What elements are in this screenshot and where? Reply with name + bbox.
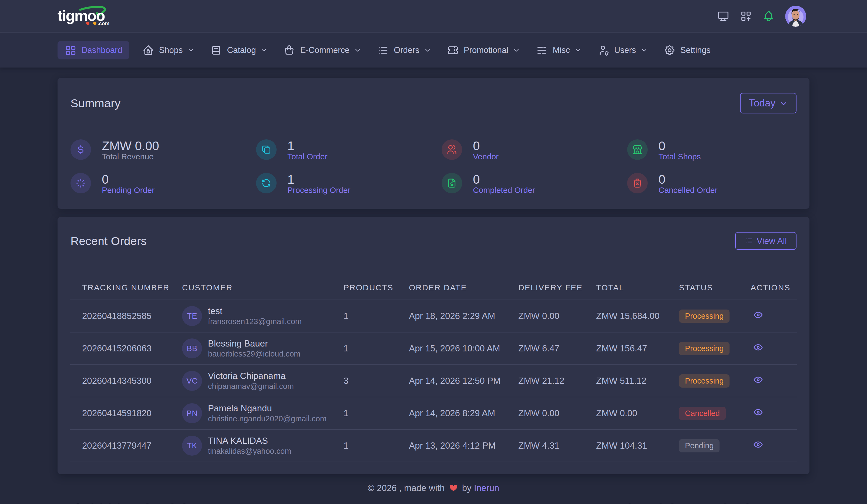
- ticket-icon: [447, 44, 459, 56]
- footer-brand-link[interactable]: Inerun: [474, 483, 500, 493]
- chevron-down-icon: [640, 46, 648, 54]
- order-total: ZMW 15,684.00: [596, 300, 679, 332]
- summary-card: Summary Today ZMW 0.00 Total Revenue 1 T…: [57, 78, 810, 209]
- shortcuts-grid-icon[interactable]: [740, 10, 752, 22]
- customer-name: Pamela Ngandu: [208, 403, 327, 414]
- order-row[interactable]: 20260415206063 BB Blessing Bauer bauerbl…: [70, 332, 797, 365]
- user-shield-icon: [598, 44, 609, 56]
- order-tracking-number: 20260414591820: [70, 397, 182, 429]
- stat-label: Total Shops: [659, 153, 701, 160]
- stat-value: 0: [659, 173, 717, 186]
- nav-item-orders[interactable]: Orders: [374, 41, 434, 60]
- view-order-eye-icon[interactable]: [753, 310, 763, 320]
- customer-email: chipanamav@gmail.com: [208, 382, 294, 391]
- order-tracking-number: 20260413779447: [70, 429, 182, 462]
- partial-bottom-right-text: TERMS & CONDITIONS: [581, 500, 753, 504]
- brand-logo-art: tigmoo .com: [57, 6, 114, 26]
- order-tracking-number: 20260418852585: [70, 300, 182, 332]
- stat-total-shops: 0 Total Shops: [627, 139, 796, 160]
- customer-avatar: PN: [182, 403, 202, 423]
- notification-bell-icon[interactable]: [762, 10, 775, 22]
- nav-item-dashboard[interactable]: Dashboard: [57, 41, 129, 60]
- app-header: tigmoo .com: [0, 0, 867, 33]
- nav-item-promotional[interactable]: Promotional: [444, 41, 523, 60]
- chevron-down-icon: [779, 99, 788, 108]
- order-date: Apr 14, 2026 8:29 AM: [409, 397, 518, 429]
- chevron-down-icon: [354, 46, 361, 54]
- refresh-icon: [256, 173, 277, 193]
- stat-label: Processing Order: [287, 187, 350, 193]
- order-delivery-fee: ZMW 6.47: [518, 332, 596, 365]
- order-products-count: 1: [344, 300, 409, 332]
- order-row[interactable]: 20260414345300 VC Victoria Chipanama chi…: [70, 365, 797, 397]
- view-all-button[interactable]: View All: [735, 232, 796, 250]
- column-header-status: STATUS: [679, 276, 751, 300]
- customer-avatar: TE: [182, 306, 202, 326]
- stat-total-order: 1 Total Order: [256, 139, 442, 160]
- order-tracking-number: 20260415206063: [70, 332, 182, 365]
- order-date: Apr 15, 2026 10:00 AM: [409, 332, 518, 365]
- stat-pending-order: 0 Pending Order: [71, 173, 256, 193]
- monitor-icon[interactable]: [717, 10, 729, 22]
- order-row[interactable]: 20260413779447 TK TINA KALIDAS tinakalid…: [70, 429, 797, 462]
- order-row[interactable]: 20260418852585 TE test fransrosen123@gma…: [70, 300, 797, 332]
- stat-label: Total Order: [287, 153, 327, 160]
- nav-item-settings[interactable]: Settings: [661, 41, 713, 60]
- nav-item-e-commerce[interactable]: E-Commerce: [281, 41, 364, 60]
- chevron-down-icon: [513, 46, 520, 54]
- stat-value: 0: [473, 139, 499, 152]
- period-label: Today: [749, 97, 775, 109]
- view-order-eye-icon[interactable]: [753, 374, 763, 385]
- order-date: Apr 13, 2026 4:12 PM: [409, 429, 518, 462]
- list-icon: [745, 237, 753, 245]
- order-date: Apr 14, 2026 12:50 PM: [409, 365, 518, 397]
- chevron-down-icon: [424, 46, 431, 54]
- column-header-order-date: ORDER DATE: [409, 276, 518, 300]
- view-order-eye-icon[interactable]: [753, 407, 763, 418]
- stat-label: Cancelled Order: [659, 187, 717, 193]
- footer: © 2026 , made with by Inerun: [57, 483, 810, 493]
- order-status-badge: Cancelled: [679, 407, 726, 420]
- stat-total-revenue: ZMW 0.00 Total Revenue: [71, 139, 256, 160]
- orders-table-wrap: TRACKING NUMBERCUSTOMERPRODUCTSORDER DAT…: [70, 276, 797, 474]
- store-home-icon: [142, 44, 154, 56]
- trash-x-icon: [627, 173, 648, 193]
- stat-label: Vendor: [473, 153, 499, 160]
- customer-email: tinakalidas@yahoo.com: [208, 446, 291, 456]
- column-header-customer: CUSTOMER: [182, 276, 344, 300]
- customer-email: christine.ngandu2020@gmail.com: [208, 414, 327, 423]
- list-icon: [377, 44, 389, 56]
- brand-tld-text: .com: [97, 21, 109, 26]
- book-icon: [211, 44, 222, 56]
- order-delivery-fee: ZMW 0.00: [518, 397, 596, 429]
- order-products-count: 1: [344, 332, 409, 365]
- customer-name: Victoria Chipanama: [208, 371, 294, 382]
- order-products-count: 1: [344, 429, 409, 462]
- view-order-eye-icon[interactable]: [753, 342, 763, 353]
- user-avatar[interactable]: [785, 6, 806, 27]
- customer-email: bauerbless29@icloud.com: [208, 349, 300, 359]
- nav-item-shops[interactable]: Shops: [140, 41, 197, 60]
- customer-avatar: TK: [182, 436, 202, 455]
- stat-vendor: 0 Vendor: [442, 139, 627, 160]
- stat-value: 0: [659, 139, 701, 152]
- footer-made-by: by: [462, 483, 472, 493]
- column-header-tracking-number: TRACKING NUMBER: [70, 276, 182, 300]
- customer-avatar: BB: [182, 339, 202, 358]
- order-date: Apr 18, 2026 2:29 AM: [409, 300, 518, 332]
- order-delivery-fee: ZMW 21.12: [518, 365, 596, 397]
- order-products-count: 3: [344, 365, 409, 397]
- order-row[interactable]: 20260414591820 PN Pamela Ngandu christin…: [70, 397, 797, 429]
- customer-avatar: VC: [182, 371, 202, 391]
- stat-label: Total Revenue: [102, 153, 159, 160]
- chevron-down-icon: [574, 46, 582, 54]
- column-header-total: TOTAL: [596, 276, 679, 300]
- view-order-eye-icon[interactable]: [753, 439, 763, 450]
- nav-item-catalog[interactable]: Catalog: [208, 41, 271, 60]
- stat-label: Completed Order: [473, 187, 535, 193]
- period-dropdown-button[interactable]: Today: [740, 93, 796, 114]
- nav-item-misc[interactable]: Misc: [533, 41, 585, 60]
- brand-logo[interactable]: tigmoo .com: [57, 7, 114, 26]
- order-products-count: 1: [344, 397, 409, 429]
- nav-item-users[interactable]: Users: [595, 41, 651, 60]
